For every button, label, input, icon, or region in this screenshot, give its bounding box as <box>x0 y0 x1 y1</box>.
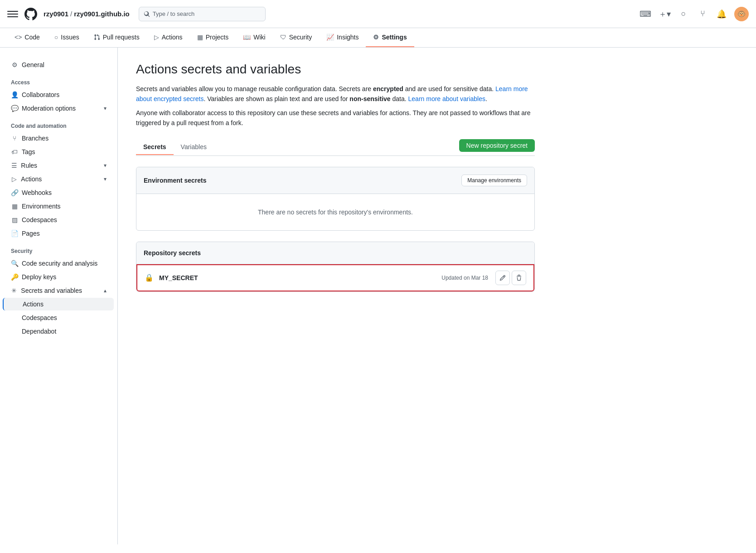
pull-requests-icon[interactable]: ⑂ <box>696 8 709 20</box>
sidebar-item-pages[interactable]: 📄 Pages <box>4 227 114 240</box>
insights-icon: 📈 <box>326 34 334 41</box>
actions-icon: ▷ <box>154 34 159 41</box>
sidebar-item-actions[interactable]: ▷ Actions ▾ <box>4 173 114 185</box>
tabs-left: Secrets Variables <box>136 140 459 155</box>
chevron-down-icon: ▾ <box>104 176 107 182</box>
actions-sidebar-icon: ▷ <box>11 175 17 183</box>
nav-settings[interactable]: ⚙ Settings <box>366 28 414 47</box>
github-logo[interactable] <box>24 7 38 21</box>
plus-icon[interactable]: ＋▾ <box>658 8 671 20</box>
search-placeholder: Type / to search <box>153 10 195 17</box>
chevron-down-icon: ▾ <box>104 162 107 169</box>
codespaces-icon: ▨ <box>11 216 18 223</box>
env-secrets-header: Environment secrets Manage environments <box>136 167 534 194</box>
sidebar-item-tags[interactable]: 🏷 Tags <box>4 146 114 158</box>
security-icon: 🛡 <box>280 34 286 41</box>
code-icon: <> <box>15 34 22 41</box>
nav-code[interactable]: <> Code <box>7 28 47 47</box>
sidebar-item-general[interactable]: ⚙ General <box>4 58 114 71</box>
pages-icon: 📄 <box>11 230 18 237</box>
top-bar-left: rzy0901 / rzy0901.github.io <box>7 7 130 21</box>
repo-secrets-section: Repository secrets 🔒 MY_SECRET Updated o… <box>136 242 535 292</box>
sidebar-item-environments[interactable]: ▦ Environments <box>4 200 114 213</box>
nav-issues[interactable]: ○ Issues <box>47 28 87 47</box>
description-p2: Anyone with collaborator access to this … <box>136 108 535 128</box>
nav-security[interactable]: 🛡 Security <box>273 28 320 47</box>
sidebar-item-collaborators[interactable]: 👤 Collaborators <box>4 88 114 101</box>
gear-icon: ⚙ <box>11 61 18 68</box>
tabs-row: Secrets Variables New repository secret <box>136 139 535 156</box>
secrets-icon: ✳ <box>11 287 17 294</box>
repo-secrets-title: Repository secrets <box>144 249 201 257</box>
environments-icon: ▦ <box>11 203 18 210</box>
secret-name: MY_SECRET <box>159 274 441 281</box>
sidebar-item-branches[interactable]: ⑂ Branches <box>4 132 114 145</box>
sidebar-section-security: Security <box>0 241 117 257</box>
learn-more-variables-link[interactable]: Learn more about variables <box>408 95 485 102</box>
breadcrumb-separator: / <box>70 10 72 18</box>
code-security-icon: 🔍 <box>11 260 18 267</box>
search-bar[interactable]: Type / to search <box>139 7 266 21</box>
rules-icon: ☰ <box>11 162 17 169</box>
new-secret-button[interactable]: New repository secret <box>459 139 535 152</box>
sidebar-sub-codespaces[interactable]: Codespaces <box>4 311 114 324</box>
nav-actions[interactable]: ▷ Actions <box>147 28 190 47</box>
lock-icon: 🔒 <box>145 273 154 282</box>
hamburger-menu[interactable] <box>7 9 18 19</box>
tab-secrets[interactable]: Secrets <box>136 140 174 155</box>
top-bar-right: ⌨ ＋▾ ○ ⑂ 🔔 🐵 <box>639 7 749 21</box>
issues-icon[interactable]: ○ <box>677 8 690 20</box>
sidebar-section-access: Access <box>0 72 117 88</box>
top-bar: rzy0901 / rzy0901.github.io Type / to se… <box>0 0 756 28</box>
moderation-icon: 💬 <box>11 105 18 112</box>
sidebar-section-code-automation: Code and automation <box>0 116 117 132</box>
nav-insights[interactable]: 📈 Insights <box>319 28 366 47</box>
delete-secret-button[interactable] <box>512 271 526 285</box>
secret-row: 🔒 MY_SECRET Updated on Mar 18 <box>136 264 534 291</box>
secret-updated: Updated on Mar 18 <box>441 275 488 281</box>
settings-icon: ⚙ <box>373 34 379 41</box>
notifications-icon[interactable]: 🔔 <box>715 8 728 20</box>
search-icon <box>144 11 150 17</box>
chevron-up-icon: ▴ <box>104 287 107 294</box>
sidebar-sub-dependabot[interactable]: Dependabot <box>4 325 114 338</box>
edit-secret-button[interactable] <box>495 271 510 285</box>
nav-wiki[interactable]: 📖 Wiki <box>236 28 272 47</box>
sidebar-item-webhooks[interactable]: 🔗 Webhooks <box>4 186 114 199</box>
env-secrets-empty: There are no secrets for this repository… <box>136 194 534 230</box>
wiki-icon: 📖 <box>243 34 251 41</box>
page-title: Actions secrets and variables <box>136 62 535 77</box>
deploy-keys-icon: 🔑 <box>11 273 18 281</box>
sidebar-item-rules[interactable]: ☰ Rules ▾ <box>4 159 114 172</box>
sidebar-item-secrets-variables[interactable]: ✳ Secrets and variables ▴ <box>4 284 114 297</box>
nav-pull-requests[interactable]: Pull requests <box>87 28 147 47</box>
tab-variables[interactable]: Variables <box>174 140 214 155</box>
tags-icon: 🏷 <box>11 148 18 155</box>
sidebar-sub-actions[interactable]: Actions <box>3 298 114 310</box>
breadcrumb-user[interactable]: rzy0901 <box>44 10 68 18</box>
repo-nav: <> Code ○ Issues Pull requests ▷ Actions… <box>0 28 756 48</box>
manage-environments-button[interactable]: Manage environments <box>461 175 527 186</box>
env-secrets-section: Environment secrets Manage environments … <box>136 167 535 231</box>
non-sensitive-label: non-sensitive <box>349 95 390 102</box>
main-content: Actions secrets and variables Secrets an… <box>118 48 553 544</box>
chevron-down-icon: ▾ <box>104 105 107 112</box>
breadcrumb: rzy0901 / rzy0901.github.io <box>44 10 130 18</box>
env-secrets-title: Environment secrets <box>144 177 207 184</box>
encrypted-label: encrypted <box>373 85 403 92</box>
avatar[interactable]: 🐵 <box>734 7 749 21</box>
repo-secrets-header: Repository secrets <box>136 242 534 264</box>
sidebar-item-codespaces[interactable]: ▨ Codespaces <box>4 213 114 226</box>
branches-icon: ⑂ <box>11 135 18 142</box>
sidebar-item-moderation[interactable]: 💬 Moderation options ▾ <box>4 102 114 115</box>
webhooks-icon: 🔗 <box>11 189 18 196</box>
sidebar-item-code-security[interactable]: 🔍 Code security and analysis <box>4 257 114 270</box>
terminal-icon[interactable]: ⌨ <box>639 8 652 20</box>
trash-icon <box>516 275 522 281</box>
sidebar-item-deploy-keys[interactable]: 🔑 Deploy keys <box>4 271 114 283</box>
pencil-icon <box>499 275 506 281</box>
pr-icon <box>94 34 100 40</box>
layout: ⚙ General Access 👤 Collaborators 💬 Moder… <box>0 48 756 544</box>
breadcrumb-repo[interactable]: rzy0901.github.io <box>74 10 130 18</box>
nav-projects[interactable]: ▦ Projects <box>190 28 236 47</box>
